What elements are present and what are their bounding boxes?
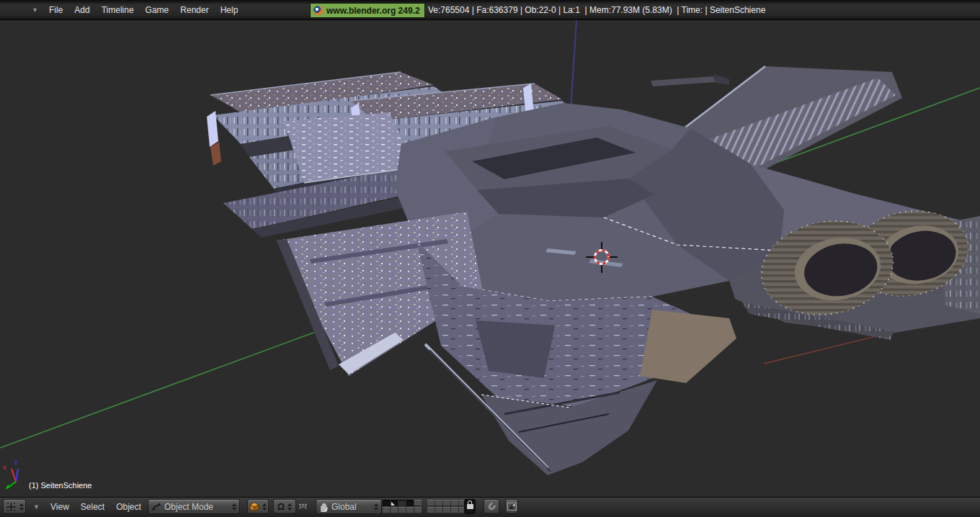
menu-add[interactable]: Add (74, 5, 89, 15)
mode-dropdown-spinner[interactable] (232, 503, 236, 511)
layer-9[interactable] (451, 500, 458, 506)
lock-layers-button[interactable] (464, 499, 476, 514)
layer-11[interactable] (383, 507, 390, 513)
lock-icon (467, 504, 473, 509)
object-mode-icon (151, 502, 161, 511)
layer-buttons (383, 499, 466, 514)
active-object-label: (1) SeitenSchiene (29, 481, 92, 490)
render-preview-button[interactable] (505, 499, 518, 514)
menu-render[interactable]: Render (180, 5, 208, 15)
orientation-dropdown-label: Global (329, 502, 373, 512)
layer-8[interactable] (443, 500, 450, 506)
3d-view-editor-icon (6, 502, 17, 512)
layer-16[interactable] (427, 507, 435, 513)
main-menu-bar: File Add Timeline Game Render Help (49, 0, 238, 20)
snap-button[interactable] (484, 499, 499, 514)
layer-18[interactable] (443, 507, 450, 513)
menu-game[interactable]: Game (146, 5, 169, 15)
manipulator-toggle[interactable] (298, 499, 308, 514)
manipulator-dots-icon (298, 503, 308, 511)
hand-icon (319, 502, 329, 512)
menu-view[interactable]: View (50, 502, 69, 512)
menu-help[interactable]: Help (220, 5, 239, 15)
render-image-icon (507, 503, 517, 511)
layer-13[interactable] (398, 507, 406, 513)
viewport-menu-bar: View Select Object (50, 499, 141, 514)
orientation-spinner[interactable] (374, 503, 378, 511)
layer-19[interactable] (451, 507, 458, 513)
editor-type-spinner[interactable] (19, 503, 24, 511)
layer-7[interactable] (435, 500, 442, 506)
viewport-header-bar: ▼ View Select Object Object Mode Ω (0, 497, 980, 517)
layer-1[interactable] (383, 500, 390, 506)
gizmo-z-label: z (14, 459, 18, 466)
layer-12[interactable] (391, 507, 398, 513)
layer-4[interactable] (406, 500, 414, 506)
layer-14[interactable] (406, 507, 414, 513)
header-collapse-icon[interactable]: ▼ (32, 7, 38, 14)
layer-group-2 (427, 500, 466, 513)
editor-type-button[interactable] (3, 499, 26, 514)
blender-logo-icon (313, 6, 323, 15)
pivot-point-button[interactable]: Ω (273, 499, 296, 514)
draw-type-spinner[interactable] (262, 503, 267, 511)
orientation-dropdown[interactable]: Global (316, 499, 382, 514)
menu-file[interactable]: File (49, 5, 63, 15)
mode-dropdown[interactable]: Object Mode (148, 499, 240, 514)
layer-6[interactable] (427, 500, 435, 506)
mode-dropdown-label: Object Mode (161, 502, 231, 512)
menu-object[interactable]: Object (116, 502, 141, 512)
layer-2[interactable] (391, 500, 398, 506)
blender-version-badge[interactable]: www.blender.org 249.2 (310, 3, 425, 18)
layer-3[interactable] (398, 500, 406, 506)
blender-version-text: www.blender.org 249.2 (326, 6, 420, 16)
pivot-spinner[interactable] (288, 503, 292, 511)
blender-window: ▼ File Add Timeline Game Render Help www… (0, 0, 980, 517)
draw-type-button[interactable] (247, 499, 269, 514)
layer-15[interactable] (414, 507, 422, 513)
layer-5[interactable] (414, 500, 422, 506)
scene-stats: Ve:765504 | Fa:636379 | Ob:22-0 | La:1 |… (428, 0, 765, 20)
gizmo-x-label: x (3, 464, 6, 471)
magnet-icon (486, 502, 496, 512)
axis-gizmo: x z (4, 463, 30, 493)
rotation-pivot-icon: Ω (277, 502, 285, 511)
menu-timeline[interactable]: Timeline (102, 5, 134, 15)
menu-select[interactable]: Select (81, 502, 104, 512)
header-menu-collapse-icon[interactable]: ▼ (33, 504, 40, 511)
3d-viewport[interactable] (0, 0, 980, 517)
layer-group-1 (383, 500, 422, 513)
layer-17[interactable] (435, 507, 442, 513)
solid-shading-cube-icon (249, 502, 259, 512)
top-header: ▼ File Add Timeline Game Render Help www… (0, 0, 980, 20)
